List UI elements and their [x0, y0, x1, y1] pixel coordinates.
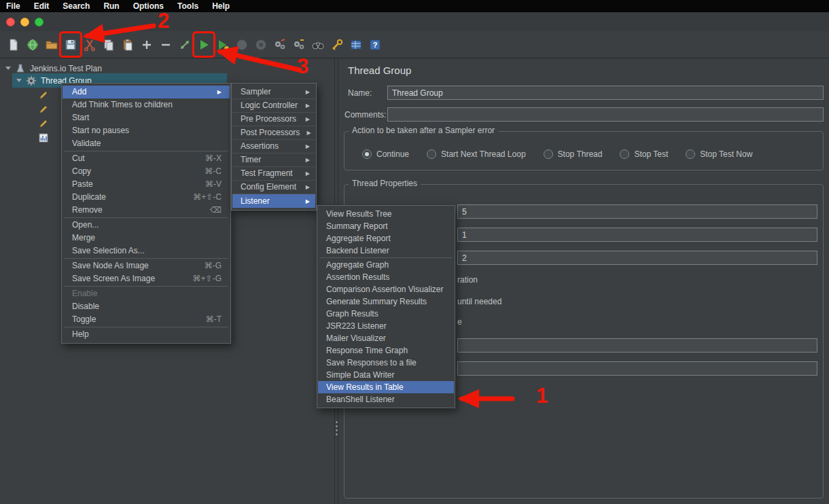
- macos-menubar: File Edit Search Run Options Tools Help: [0, 0, 829, 12]
- duration-field[interactable]: [457, 338, 817, 353]
- menu-item-sampler[interactable]: Sampler▶: [232, 86, 315, 99]
- menu-item-save-node-as-image[interactable]: Save Node As Image⌘-G: [63, 259, 230, 272]
- checkbox-label-fragment: ration: [457, 275, 478, 285]
- test-plan-icon: [15, 63, 26, 74]
- remote-stop-all-button[interactable]: [289, 33, 308, 56]
- paste-button[interactable]: [118, 33, 137, 56]
- menu-item-save-screen-as-image[interactable]: Save Screen As Image⌘+⇧-G: [63, 272, 230, 285]
- menu-item-disable[interactable]: Disable: [63, 300, 230, 313]
- menu-item-add[interactable]: Add▶: [63, 86, 230, 98]
- stop-icon: [235, 38, 249, 52]
- menu-item-config-element[interactable]: Config Element▶: [232, 181, 315, 194]
- menu-item-start[interactable]: Start: [63, 111, 230, 124]
- menu-item-aggregate-graph[interactable]: Aggregate Graph: [318, 259, 454, 271]
- menu-item-assertion-results[interactable]: Assertion Results: [318, 271, 454, 283]
- menu-item-beanshell-listener[interactable]: BeanShell Listener: [318, 393, 454, 406]
- menu-item-toggle[interactable]: Toggle⌘-T: [63, 313, 230, 326]
- radio-start-next-thread-loop[interactable]: Start Next Thread Loop: [427, 149, 526, 159]
- shutdown-button[interactable]: [251, 33, 270, 56]
- reset-search-button[interactable]: [328, 33, 347, 56]
- collapse-all-button[interactable]: [156, 33, 175, 56]
- menu-item-paste[interactable]: Paste⌘-V: [63, 178, 230, 191]
- menu-item-open[interactable]: Open...: [63, 219, 230, 232]
- name-field[interactable]: Thread Group: [387, 86, 824, 100]
- radio-stop-thread[interactable]: Stop Thread: [544, 149, 603, 159]
- open-button[interactable]: [42, 33, 61, 56]
- copy-button[interactable]: [99, 33, 118, 56]
- menu-item-view-results-in-table[interactable]: View Results in Table: [318, 381, 454, 393]
- startup-delay-field[interactable]: [457, 361, 817, 376]
- remote-start-all-button[interactable]: [270, 33, 289, 56]
- radio-icon: [686, 149, 695, 159]
- expand-chevron-icon[interactable]: [16, 79, 22, 82]
- shutdown-icon: [254, 38, 268, 52]
- function-helper-button[interactable]: [347, 33, 366, 56]
- search-button[interactable]: [308, 33, 328, 56]
- menu-item-help[interactable]: Help: [63, 328, 230, 341]
- menu-item-validate[interactable]: Validate: [63, 137, 230, 150]
- cut-button[interactable]: [80, 33, 99, 56]
- zoom-window-button[interactable]: [35, 18, 43, 26]
- loop-count-field[interactable]: 2: [457, 251, 817, 265]
- menu-item-backend-listener[interactable]: Backend Listener: [318, 245, 454, 257]
- menu-item-test-fragment[interactable]: Test Fragment▶: [232, 167, 315, 181]
- menubar-item-file[interactable]: File: [6, 1, 20, 11]
- menubar-item-edit[interactable]: Edit: [34, 1, 50, 11]
- start-button[interactable]: [194, 33, 213, 56]
- radio-stop-test-now[interactable]: Stop Test Now: [686, 149, 752, 159]
- menu-item-logic-controller[interactable]: Logic Controller▶: [232, 99, 315, 113]
- save-button[interactable]: [61, 33, 80, 56]
- comments-field[interactable]: [387, 107, 824, 122]
- menu-item-save-responses-to-file[interactable]: Save Responses to a file: [318, 357, 454, 369]
- ramp-up-field[interactable]: 1: [457, 228, 817, 242]
- menu-item-save-selection-as[interactable]: Save Selection As...: [63, 245, 230, 257]
- menu-item-assertions[interactable]: Assertions▶: [232, 140, 315, 154]
- menu-item-jsr223-listener[interactable]: JSR223 Listener: [318, 320, 454, 332]
- menu-item-merge[interactable]: Merge: [63, 232, 230, 245]
- menubar-item-tools[interactable]: Tools: [177, 1, 198, 11]
- menu-item-aggregate-report[interactable]: Aggregate Report: [318, 232, 454, 245]
- new-test-plan-button[interactable]: [4, 33, 23, 56]
- remote-stop-gears-icon: [292, 38, 306, 52]
- help-button[interactable]: ?: [366, 33, 385, 56]
- menu-item-response-time-graph[interactable]: Response Time Graph: [318, 344, 454, 357]
- close-window-button[interactable]: [6, 18, 15, 26]
- menu-item-mailer-visualizer[interactable]: Mailer Visualizer: [318, 332, 454, 344]
- templates-icon: [26, 38, 39, 52]
- menubar-item-search[interactable]: Search: [63, 1, 90, 11]
- menubar-item-help[interactable]: Help: [212, 1, 230, 11]
- menu-item-cut[interactable]: Cut⌘-X: [63, 152, 230, 165]
- menu-item-copy[interactable]: Copy⌘-C: [63, 165, 230, 178]
- stop-button[interactable]: [232, 33, 251, 56]
- radio-stop-test[interactable]: Stop Test: [620, 149, 668, 159]
- submenu-arrow-icon: ▶: [300, 126, 311, 139]
- toggle-button[interactable]: [175, 33, 194, 56]
- menu-item-generate-summary-results[interactable]: Generate Summary Results: [318, 295, 454, 308]
- menu-item-summary-report[interactable]: Summary Report: [318, 220, 454, 232]
- menu-item-pre-processors[interactable]: Pre Processors▶: [232, 113, 315, 126]
- submenu-arrow-icon: ▶: [299, 181, 310, 194]
- menu-item-timer[interactable]: Timer▶: [232, 154, 315, 167]
- menubar-item-run[interactable]: Run: [103, 1, 119, 11]
- menu-item-duplicate[interactable]: Duplicate⌘+⇧-C: [63, 191, 230, 204]
- chart-icon: [38, 132, 49, 143]
- menu-item-view-results-tree[interactable]: View Results Tree: [318, 208, 454, 220]
- minimize-window-button[interactable]: [20, 18, 29, 26]
- expand-all-button[interactable]: [137, 33, 156, 56]
- expand-chevron-icon[interactable]: [5, 67, 11, 70]
- templates-button[interactable]: [23, 33, 42, 56]
- menu-item-remove[interactable]: Remove⌫: [63, 204, 230, 217]
- radio-continue[interactable]: Continue: [362, 149, 409, 159]
- menu-item-add-think-times[interactable]: Add Think Times to children: [63, 98, 230, 111]
- menu-item-simple-data-writer[interactable]: Simple Data Writer: [318, 369, 454, 381]
- menu-item-post-processors[interactable]: Post Processors▶: [232, 126, 315, 140]
- menu-item-start-no-pauses[interactable]: Start no pauses: [63, 124, 230, 137]
- submenu-arrow-icon: ▶: [299, 154, 310, 166]
- number-of-threads-field[interactable]: 5: [457, 204, 817, 219]
- menu-item-listener[interactable]: Listener▶: [232, 194, 315, 208]
- menu-item-comparison-assertion-visualizer[interactable]: Comparison Assertion Visualizer: [318, 283, 454, 295]
- menu-item-graph-results[interactable]: Graph Results: [318, 308, 454, 320]
- radio-icon: [620, 149, 629, 159]
- submenu-arrow-icon: ▶: [299, 195, 310, 208]
- start-no-pauses-button[interactable]: [213, 33, 232, 56]
